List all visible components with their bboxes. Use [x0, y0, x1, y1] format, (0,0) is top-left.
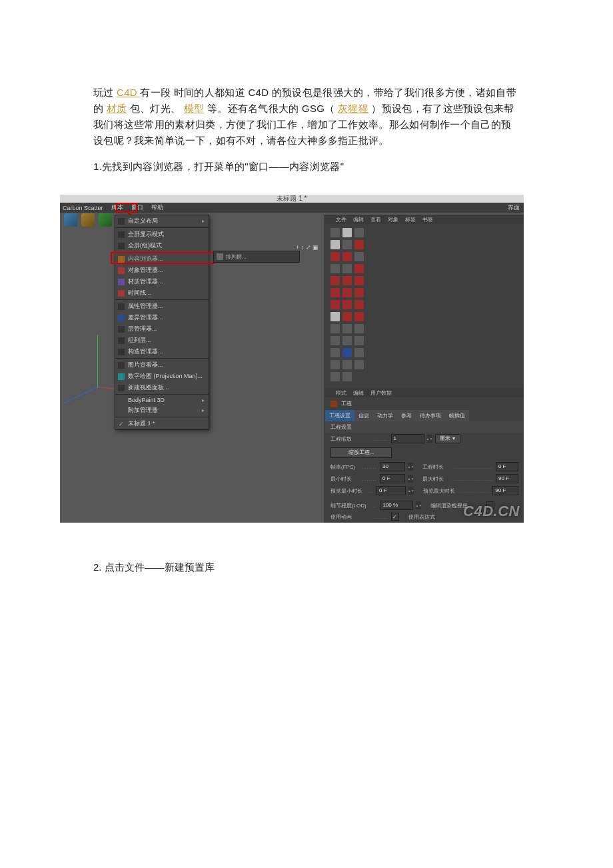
menu-item-new-view[interactable]: 新建视图面板... — [115, 382, 209, 393]
tab-info[interactable]: 信息 — [354, 410, 373, 421]
obj-icon[interactable] — [330, 288, 340, 297]
obj-icon[interactable] — [342, 348, 352, 357]
stepper-icon[interactable]: ▲▼ — [408, 463, 413, 471]
tab-todo[interactable]: 待办事项 — [416, 410, 445, 421]
input-min[interactable]: 0 F — [380, 474, 405, 483]
obj-icon[interactable] — [330, 276, 340, 285]
input-lod[interactable]: 100 % — [380, 501, 413, 510]
menu-item-fullscreen-area[interactable]: 全屏(组)模式 — [115, 240, 209, 251]
input-preview-min[interactable]: 0 F — [376, 486, 406, 495]
input-scale[interactable]: 1 — [391, 434, 424, 443]
tab-project-settings[interactable]: 工程设置 — [325, 410, 354, 421]
obj-icon[interactable] — [330, 252, 340, 261]
obj-icon[interactable] — [354, 336, 364, 345]
obj-menu-object[interactable]: 对象 — [388, 216, 398, 223]
obj-menu-tag[interactable]: 标签 — [405, 216, 416, 223]
link-gsg[interactable]: 灰猩猩 — [338, 103, 368, 114]
select-unit[interactable]: 厘米 ▾ — [435, 434, 460, 443]
obj-icon[interactable] — [342, 288, 352, 297]
obj-icon[interactable] — [330, 336, 340, 345]
tab-dynamics[interactable]: 动力学 — [373, 410, 397, 421]
input-max[interactable]: 90 F — [496, 474, 518, 483]
obj-icon[interactable] — [330, 348, 340, 357]
obj-menu-file[interactable]: 文件 — [336, 216, 346, 223]
menu-item-custom-layout[interactable]: 自定义布局 — [115, 215, 209, 227]
obj-icon[interactable] — [342, 372, 352, 381]
menu-item-bodypaint[interactable]: BodyPaint 3D — [115, 395, 209, 405]
obj-icon[interactable] — [330, 264, 340, 273]
menu-item-xref-manager[interactable]: 差异管理器... — [115, 312, 209, 323]
obj-menu-view[interactable]: 查看 — [370, 216, 381, 223]
menu-item-layer-manager[interactable]: 层管理器... — [115, 323, 209, 335]
tab-interp[interactable]: 帧插值 — [445, 410, 469, 421]
link-material[interactable]: 材质 — [107, 103, 127, 114]
obj-icon[interactable] — [354, 276, 364, 285]
obj-icon[interactable] — [330, 312, 340, 321]
stepper-icon[interactable]: ▲▼ — [408, 475, 413, 483]
obj-icon[interactable] — [354, 300, 364, 309]
menu-item-projection-man[interactable]: 数字绘图 (Projection Man)... — [115, 371, 209, 382]
stepper-icon[interactable]: ▲▼ — [416, 501, 421, 509]
tool-cube-icon[interactable] — [64, 213, 77, 227]
label-fps: 帧率(FPS) — [330, 463, 359, 471]
obj-icon[interactable] — [354, 264, 364, 273]
obj-icon[interactable] — [330, 228, 340, 237]
obj-icon[interactable] — [330, 240, 340, 249]
obj-icon[interactable] — [330, 360, 340, 369]
attr-menu-edit[interactable]: 编辑 — [353, 389, 364, 397]
row-fps: 帧率(FPS) ....... 30 ▲▼ 工程时长 .............… — [325, 461, 524, 473]
menu-item-structure[interactable]: 构造管理器... — [115, 346, 209, 357]
obj-icon[interactable] — [354, 312, 364, 321]
button-scale-project[interactable]: 缩放工程... — [330, 447, 392, 458]
attr-menu-user-data[interactable]: 用户数据 — [370, 389, 392, 397]
obj-menu-bookmark[interactable]: 书签 — [422, 216, 433, 223]
obj-icon[interactable] — [342, 312, 352, 321]
obj-icon[interactable] — [330, 324, 340, 333]
menu-help[interactable]: 帮助 — [151, 203, 163, 212]
menu-item-additional[interactable]: 附加管理器 — [115, 405, 209, 416]
menu-carbon-scatter[interactable]: Carbon Scatter — [63, 205, 103, 211]
obj-icon[interactable] — [342, 240, 352, 249]
obj-icon[interactable] — [342, 300, 352, 309]
annotation-highlight-item — [111, 252, 215, 264]
checkbox-anim[interactable]: ✓ — [391, 513, 399, 521]
obj-icon[interactable] — [354, 348, 364, 357]
tool-green-icon[interactable] — [99, 213, 112, 227]
tool-gold-icon[interactable] — [81, 213, 95, 227]
input-duration[interactable]: 0 F — [496, 462, 518, 471]
obj-icon[interactable] — [354, 252, 364, 261]
menu-item-attribute-manager[interactable]: 属性管理器... — [115, 301, 209, 312]
link-model[interactable]: 模型 — [184, 103, 205, 114]
obj-icon[interactable] — [354, 240, 364, 249]
obj-icon[interactable] — [342, 360, 352, 369]
obj-icon[interactable] — [342, 276, 352, 285]
obj-icon[interactable] — [330, 300, 340, 309]
menu-item-timeline[interactable]: 时间线... — [115, 287, 209, 299]
menu-item-untitled-doc[interactable]: ✓未标题 1 * — [115, 418, 209, 429]
menu-item-picture-viewer[interactable]: 图片查看器... — [115, 359, 209, 371]
obj-icon[interactable] — [342, 264, 352, 273]
obj-icon[interactable] — [354, 324, 364, 333]
obj-menu-edit[interactable]: 编辑 — [353, 216, 364, 223]
obj-icon[interactable] — [342, 228, 352, 237]
viewport-nav-icons[interactable]: + ↕ ⤢ ▣ — [296, 244, 318, 251]
menu-item-material-manager[interactable]: 材质管理器... — [115, 276, 209, 287]
stepper-icon[interactable]: ▲▼ — [427, 435, 432, 443]
layer-bar[interactable]: 排列层... — [213, 251, 300, 263]
obj-icon[interactable] — [354, 288, 364, 297]
menu-item-groups[interactable]: 组列层... — [115, 335, 209, 346]
obj-icon[interactable] — [342, 252, 352, 261]
obj-icon[interactable] — [354, 228, 364, 237]
obj-icon[interactable] — [330, 372, 340, 381]
menu-item-fullscreen-mode[interactable]: 全屏显示模式 — [115, 229, 209, 240]
input-preview-max[interactable]: 90 F — [492, 486, 518, 495]
obj-icon[interactable] — [342, 324, 352, 333]
menu-item-object-manager[interactable]: 对象管理器... — [115, 265, 209, 276]
stepper-icon[interactable]: ▲▼ — [408, 487, 414, 495]
obj-icon[interactable] — [354, 360, 364, 369]
attr-menu-mode[interactable]: 模式 — [336, 389, 346, 397]
link-c4d[interactable]: C4D — [117, 87, 140, 98]
obj-icon[interactable] — [342, 336, 352, 345]
tab-reference[interactable]: 参考 — [397, 410, 416, 421]
input-fps[interactable]: 30 — [380, 462, 405, 471]
